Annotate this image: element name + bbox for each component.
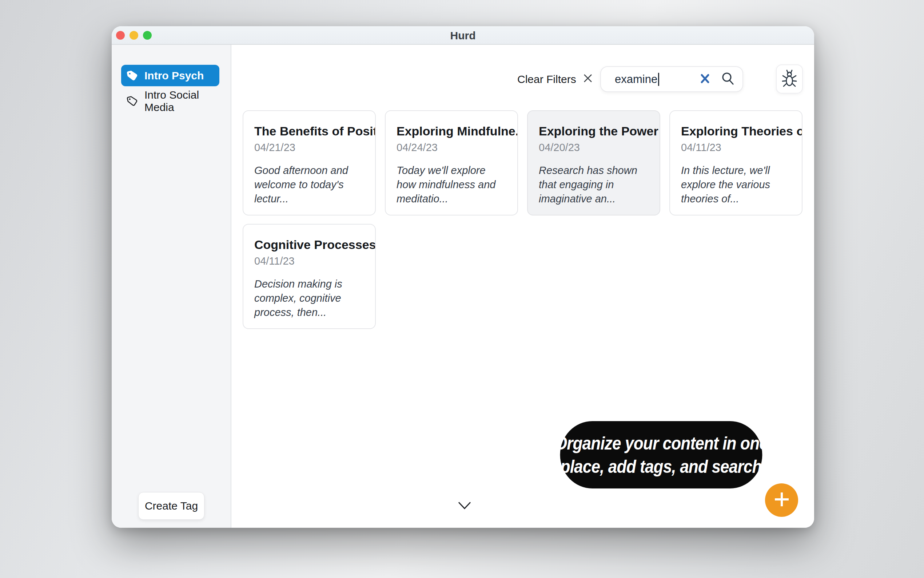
window-title: Hurd [112,26,814,45]
note-date: 04/24/23 [396,141,507,154]
tag-list: Intro Psych Intro Social Media [121,65,222,112]
onboarding-tooltip: Organize your content in one place, add … [560,421,762,489]
create-tag-label: Create Tag [145,500,198,512]
note-duration: Duration: 40m [254,214,365,216]
note-date: 04/11/23 [254,255,365,267]
note-excerpt: Good afternoon and welcome to today's le… [254,164,365,206]
note-excerpt: Research has shown that engaging in imag… [539,164,649,206]
sidebar-tag-item[interactable]: Intro Social Media [121,90,219,112]
note-title: Exploring Mindfulne... [396,124,507,138]
note-title: Exploring the Power ... [539,124,649,138]
note-card[interactable]: Exploring Theories o... 04/11/23 In this… [669,110,803,216]
create-tag-button[interactable]: Create Tag [138,492,204,520]
note-card[interactable]: The Benefits of Posit... 04/21/23 Good a… [243,110,376,216]
scroll-down-chevron[interactable] [458,501,471,510]
note-excerpt: In this lecture, we'll explore the vario… [681,164,791,206]
tag-icon [126,95,139,107]
note-title: Exploring Theories o... [681,124,791,138]
bug-icon [781,69,798,89]
sidebar-tag-item[interactable]: Intro Psych [121,65,219,86]
note-date: 04/20/23 [539,141,649,154]
clear-filters-button[interactable]: Clear Filters [517,71,593,88]
note-duration: Duration: 36m [396,214,507,216]
clear-search-icon[interactable] [699,73,710,86]
clear-filters-x-icon[interactable] [583,73,593,86]
note-card[interactable]: Cognitive Processes ... 04/11/23 Decisio… [243,224,376,329]
tag-icon [126,70,139,82]
note-card[interactable]: Exploring the Power ... 04/20/23 Researc… [527,110,660,216]
note-title: Cognitive Processes ... [254,238,365,252]
text-caret [658,73,659,86]
search-box[interactable]: examine [600,66,743,92]
tag-label: Intro Social Media [144,89,219,114]
titlebar: Hurd [112,26,814,45]
tooltip-line-2: place, add tags, and search [561,455,762,478]
note-title: The Benefits of Posit... [254,124,365,138]
note-duration: Duration: 33s [681,214,791,216]
tag-label: Intro Psych [144,70,204,82]
app-window: Hurd Intro Psych Intro Social Media Crea… [112,26,814,528]
cards-grid: The Benefits of Posit... 04/21/23 Good a… [243,110,803,329]
note-date: 04/21/23 [254,141,365,154]
debug-button[interactable] [776,65,803,94]
sidebar: Intro Psych Intro Social Media Create Ta… [112,45,231,528]
note-card[interactable]: Exploring Mindfulne... 04/24/23 Today we… [385,110,518,216]
note-duration: Duration: 35m [254,328,365,329]
note-date: 04/11/23 [681,141,791,154]
note-excerpt: Today we'll explore how mindfulness and … [396,164,507,206]
search-value: examine [615,73,657,86]
search-input[interactable]: examine [615,73,699,86]
clear-filters-label: Clear Filters [517,73,576,86]
add-content-fab[interactable] [765,483,798,517]
search-icon[interactable] [721,71,735,88]
plus-icon [773,490,790,510]
note-duration: Duration: 40m [539,214,649,216]
note-excerpt: Decision making is complex, cognitive pr… [254,277,365,320]
tooltip-line-1: Organize your content in one [554,432,767,455]
